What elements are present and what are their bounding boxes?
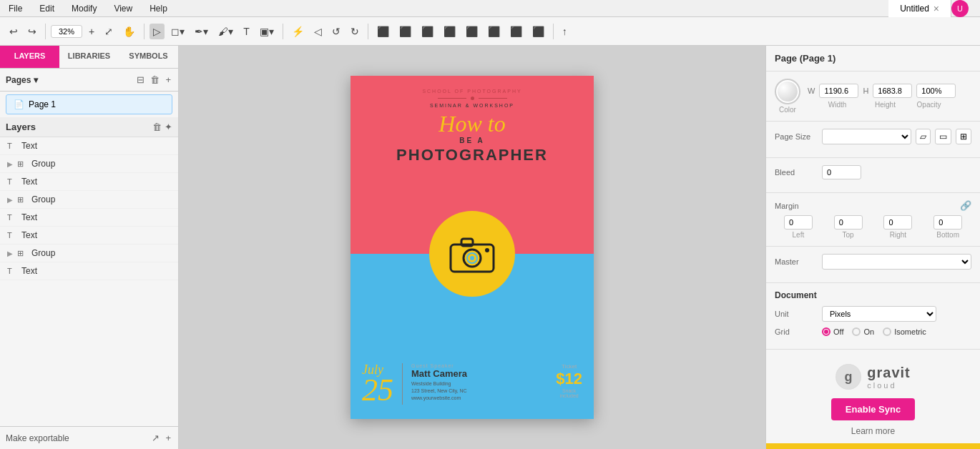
tab-close-icon[interactable]: ×: [934, 3, 939, 14]
right-panel: Page (Page 1) Color W H: [765, 46, 980, 449]
shape-tool[interactable]: ◻▾: [167, 24, 188, 39]
layer-item-text-4[interactable]: T Text: [0, 227, 178, 245]
pages-label[interactable]: Pages ▾: [6, 75, 38, 85]
page-size-custom-btn[interactable]: ⊞: [956, 129, 971, 144]
bleed-input[interactable]: [822, 165, 861, 179]
grid-row: Grid Off On Isometric: [775, 327, 971, 336]
grid-on-radio[interactable]: [852, 327, 861, 336]
menu-edit[interactable]: Edit: [36, 2, 57, 15]
learn-more-button[interactable]: Learn more: [851, 426, 895, 436]
undo-button[interactable]: ↩: [6, 24, 21, 39]
bleed-label: Bleed: [775, 168, 818, 177]
pages-add-button[interactable]: +: [164, 73, 172, 87]
grid-on-label: On: [863, 327, 874, 336]
layer-item-group-1[interactable]: ▶ ⊞ Group: [0, 155, 178, 173]
zoom-fit-button[interactable]: +: [85, 24, 98, 39]
grid-off-option[interactable]: Off: [822, 327, 843, 336]
align-btn-3[interactable]: ⬛: [418, 24, 437, 39]
layers-delete-button[interactable]: 🗑: [152, 122, 162, 132]
group-layer-icon-2: ⊞: [17, 195, 27, 204]
toolbar-sep-4: [368, 24, 368, 39]
pages-toggle-button[interactable]: ⊟: [135, 73, 146, 87]
gravit-section: g gravit cloud Enable Sync Learn more: [766, 350, 980, 443]
menu-help[interactable]: Help: [147, 2, 170, 15]
align-btn-5[interactable]: ⬛: [462, 24, 481, 39]
path-tool-1[interactable]: ⚡: [288, 24, 308, 39]
rotate-cw-button[interactable]: ↻: [347, 24, 363, 39]
margin-grid: Left Top Right Bottom: [775, 215, 971, 239]
grid-isometric-radio[interactable]: [883, 327, 891, 336]
height-input[interactable]: [873, 84, 912, 98]
path-tool-2[interactable]: ◁: [310, 24, 325, 39]
canvas-area: SCHOOL OF PHOTOGRAPHY SEMINAR & WORKSHOP…: [179, 46, 765, 449]
align-btn-8[interactable]: ⬛: [529, 24, 548, 39]
pages-delete-button[interactable]: 🗑: [149, 73, 161, 87]
layers-add-button[interactable]: ✦: [165, 122, 172, 132]
grid-isometric-option[interactable]: Isometric: [883, 327, 926, 336]
menu-file[interactable]: File: [6, 2, 25, 15]
poster-photographer-text: PHOTOGRAPHER: [396, 146, 548, 164]
margin-top-input[interactable]: [834, 215, 863, 230]
make-exportable-label: Make exportable: [6, 433, 69, 443]
tab-layers[interactable]: LAYERS: [0, 46, 59, 68]
image-tool[interactable]: ▣▾: [256, 24, 278, 39]
tab-libraries[interactable]: LIBRARIES: [59, 46, 119, 68]
layer-item-text-1[interactable]: T Text: [0, 137, 178, 155]
align-btn-4[interactable]: ⬛: [440, 24, 459, 39]
page-item-1[interactable]: 📄 Page 1: [6, 94, 172, 114]
align-btn-1[interactable]: ⬛: [373, 24, 393, 39]
align-btn-6[interactable]: ⬛: [484, 24, 504, 39]
pages-section: Pages ▾ ⊟ 🗑 +: [0, 69, 178, 92]
layer-item-text-5[interactable]: T Text: [0, 262, 178, 280]
align-btn-2[interactable]: ⬛: [396, 24, 415, 39]
unit-select[interactable]: Pixels Points Millimeters Inches: [822, 306, 936, 322]
page-size-landscape-btn[interactable]: ▭: [935, 129, 951, 144]
select-tool[interactable]: ▷: [150, 24, 165, 39]
menu-modify[interactable]: Modify: [69, 2, 99, 15]
page-size-select[interactable]: [822, 129, 911, 144]
align-btn-7[interactable]: ⬛: [506, 24, 526, 39]
poster-details: Guest Speaker Matt Camera Westside Build…: [411, 363, 550, 401]
margin-bottom-input[interactable]: [934, 215, 962, 230]
user-avatar[interactable]: U: [951, 0, 969, 17]
grid-off-radio[interactable]: [822, 327, 830, 336]
tab-untitled[interactable]: Untitled ×: [888, 0, 951, 17]
layer-item-group-3[interactable]: ▶ ⊞ Group: [0, 245, 178, 262]
margin-link-button[interactable]: 🔗: [960, 200, 971, 211]
page-size-portrait-btn[interactable]: ▱: [916, 129, 931, 144]
opacity-input[interactable]: [916, 84, 956, 98]
svg-rect-4: [461, 239, 473, 246]
pen-tool[interactable]: ✒▾: [191, 24, 212, 39]
divider-line-left: [438, 98, 466, 99]
layer-item-text-3[interactable]: T Text: [0, 209, 178, 227]
poster-how-to-text: How to: [438, 112, 505, 135]
text-tool[interactable]: T: [240, 24, 253, 39]
layer-label-text-2: Text: [21, 177, 37, 187]
menu-view[interactable]: View: [111, 2, 135, 15]
margin-label: Margin: [775, 202, 818, 210]
enable-sync-button[interactable]: Enable Sync: [831, 398, 915, 420]
master-select[interactable]: [822, 254, 971, 270]
margin-right-input[interactable]: [883, 215, 912, 230]
redo-button[interactable]: ↪: [24, 24, 40, 39]
pan-button[interactable]: ✋: [119, 24, 139, 39]
layers-list: T Text ▶ ⊞ Group T Text ▶ ⊞ Group T Text: [0, 137, 178, 426]
export-item-button[interactable]: ↗: [150, 431, 161, 445]
export-add-button[interactable]: +: [164, 431, 172, 445]
layers-title: Layers: [6, 122, 36, 132]
tab-symbols[interactable]: SYMBOLS: [119, 46, 178, 68]
document-section: Document Unit Pixels Points Millimeters …: [766, 283, 980, 350]
paint-tool[interactable]: 🖌▾: [215, 24, 237, 39]
rotate-ccw-button[interactable]: ↺: [328, 24, 344, 39]
export-button[interactable]: ↑: [559, 24, 571, 39]
width-input[interactable]: [819, 84, 858, 98]
layer-item-text-2[interactable]: T Text: [0, 173, 178, 191]
poster-seminar-text: SEMINAR & WORKSHOP: [430, 103, 514, 108]
grid-on-option[interactable]: On: [852, 327, 874, 336]
layer-item-group-2[interactable]: ▶ ⊞ Group: [0, 191, 178, 209]
zoom-extend-button[interactable]: ⤢: [101, 24, 117, 39]
margin-left-input[interactable]: [784, 215, 813, 230]
layer-label-text-5: Text: [21, 266, 37, 276]
poster-be-a-text: BE A: [459, 137, 485, 144]
color-picker[interactable]: [775, 79, 800, 104]
